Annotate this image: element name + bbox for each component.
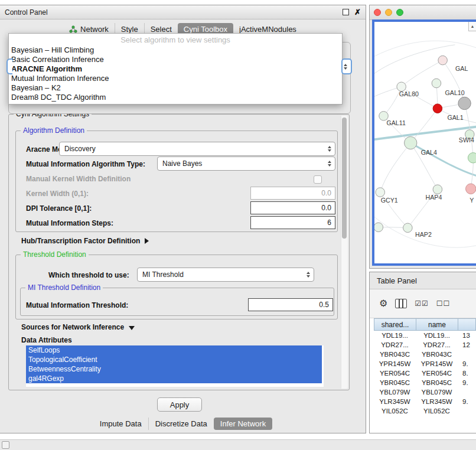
close-icon[interactable]: ✗: [354, 8, 361, 16]
network-node-label: Y: [470, 197, 474, 204]
table-row[interactable]: YBR045C YBR045C 9.: [374, 378, 476, 387]
table-row[interactable]: YIL052C YIL052C: [374, 406, 476, 416]
checked-boxes-icon[interactable]: ☑☑: [415, 299, 429, 308]
zoom-traffic-light-icon[interactable]: [396, 9, 403, 16]
network-node[interactable]: [458, 97, 471, 109]
algorithm-option[interactable]: Bayesian – Hill Climbing: [9, 45, 342, 55]
combo-arrows-icon: [344, 64, 347, 70]
algorithm-option[interactable]: Mutual Information Inference: [9, 74, 342, 83]
tab-select-label: Select: [151, 25, 172, 34]
column-header-name[interactable]: name: [416, 319, 458, 330]
combo-arrows-icon: [328, 146, 331, 152]
hub-section-label: Hub/Transcription Factor Definition: [21, 237, 140, 245]
which-threshold-combo[interactable]: MI Threshold: [137, 268, 314, 282]
tab-infer-network-label: Infer Network: [220, 419, 266, 428]
network-node-label: HAP2: [415, 231, 432, 238]
mi-threshold-value: 0.5: [319, 301, 329, 309]
network-node[interactable]: [433, 185, 442, 194]
network-node[interactable]: [397, 82, 406, 92]
table-row[interactable]: YBL079W YBL079W: [374, 387, 476, 397]
tab-style-label: Style: [121, 25, 138, 34]
mi-steps-field[interactable]: 6: [250, 216, 335, 229]
network-node[interactable]: [403, 223, 413, 233]
tab-impute-data-label: Impute Data: [100, 419, 142, 428]
table-row[interactable]: YPR145W YPR145W 9.: [374, 359, 476, 369]
mi-threshold-label: Mutual Information Threshold:: [26, 301, 128, 309]
network-edge[interactable]: [374, 41, 476, 56]
algorithm-combo-left-fragment[interactable]: [6, 58, 12, 74]
close-traffic-light-icon[interactable]: [374, 9, 381, 16]
data-attributes-list[interactable]: SelfLoopsTopologicalCoefficientBetweenne…: [26, 345, 324, 387]
algorithm-option[interactable]: Basic Correlation Inference: [9, 55, 342, 64]
columns-icon[interactable]: [395, 299, 407, 308]
kernel-width-label: Kernel Width (0,1):: [26, 190, 89, 198]
network-node[interactable]: [432, 79, 441, 88]
settings-scrollbar[interactable]: [341, 116, 348, 389]
network-node[interactable]: [433, 104, 442, 113]
column-header-shared-name[interactable]: shared...: [374, 319, 416, 330]
tab-network-label: Network: [80, 25, 109, 34]
manual-kernel-checkbox: [314, 175, 322, 184]
network-node-label: SWI4: [459, 136, 474, 144]
table-row[interactable]: YDL19... YDL19... 13: [374, 331, 476, 340]
network-node-label: GAL10: [445, 89, 465, 96]
network-node-label: GAL4: [421, 149, 437, 156]
network-node-label: GAL80: [399, 90, 419, 97]
data-attributes-label: Data Attributes: [21, 336, 72, 344]
column-header-partial[interactable]: [458, 319, 475, 330]
hub-section-header[interactable]: Hub/Transcription Factor Definition: [21, 237, 149, 245]
gear-icon[interactable]: ⚙: [379, 299, 387, 308]
algorithm-option[interactable]: Bayesian – K2: [9, 83, 342, 93]
aracne-mode-value: Discovery: [64, 145, 96, 153]
dpi-tolerance-field[interactable]: 0.0: [250, 201, 335, 214]
network-canvas[interactable]: GALGAL80GAL10GAL11GAL1SWI4GAL4GCY1HAP4YH…: [374, 22, 476, 263]
data-attribute-item[interactable]: BetweennessCentrality: [26, 364, 322, 374]
float-window-icon[interactable]: [343, 9, 349, 15]
combo-arrows-icon: [307, 272, 310, 278]
algorithm-combo-right-fragment[interactable]: [341, 58, 352, 74]
network-node[interactable]: [466, 184, 476, 194]
control-panel-window: Control Panel ✗ Network Style: [0, 5, 366, 433]
data-attribute-item[interactable]: TopologicalCoefficient: [26, 355, 322, 364]
minimize-traffic-light-icon[interactable]: [385, 9, 392, 16]
mi-threshold-legend: MI Threshold Definition: [25, 283, 103, 292]
mi-steps-label: Mutual Information Steps:: [26, 219, 113, 227]
algorithm-option[interactable]: Dream8 DC_TDC Algorithm: [9, 93, 342, 102]
dock-panel-icon[interactable]: [2, 441, 9, 449]
network-node[interactable]: [438, 56, 448, 65]
network-node[interactable]: [376, 188, 385, 197]
tab-infer-network[interactable]: Infer Network: [214, 418, 272, 430]
cyni-bottom-tabs: Impute Data Discretize Data Infer Networ…: [0, 418, 366, 430]
tab-impute-data[interactable]: Impute Data: [93, 418, 148, 430]
network-node-label: GAL1: [447, 114, 463, 121]
control-panel-titlebar: Control Panel ✗: [0, 5, 366, 19]
mi-threshold-field[interactable]: 0.5: [248, 298, 333, 311]
data-attribute-item[interactable]: SelfLoops: [26, 345, 322, 355]
sources-section-label: Sources for Network Inference: [21, 323, 124, 331]
network-node[interactable]: [374, 223, 383, 232]
table-row[interactable]: YBR043C YBR043C: [374, 350, 476, 359]
data-attribute-item[interactable]: gal4RGexp: [26, 374, 322, 383]
table-row[interactable]: YER054C YER054C 8.: [374, 369, 476, 378]
table-row[interactable]: YDR27... YDR27... 12: [374, 340, 476, 350]
mi-steps-value: 6: [327, 219, 331, 227]
network-view[interactable]: ▲ GALGAL80GAL10GAL11GAL1SWI4GAL4GCY1HAP4…: [372, 19, 476, 266]
mi-algorithm-type-combo[interactable]: Naive Bayes: [157, 156, 335, 171]
unchecked-boxes-icon[interactable]: ☐☐: [436, 299, 451, 308]
table-panel-toolbar: ⚙ ☑☑ ☐☐: [370, 289, 476, 318]
apply-button[interactable]: Apply: [157, 397, 202, 412]
settings-scrollbar-thumb[interactable]: [342, 118, 347, 239]
tab-discretize-data[interactable]: Discretize Data: [148, 418, 214, 430]
aracne-mode-combo[interactable]: Discovery: [59, 142, 335, 156]
network-node[interactable]: [468, 153, 476, 163]
mi-algorithm-type-value: Naive Bayes: [162, 159, 202, 168]
algorithm-option[interactable]: ARACNE Algorithm: [9, 64, 342, 74]
dpi-tolerance-value: 0.0: [321, 204, 331, 212]
scrollbar-up-arrow-icon[interactable]: ▲: [468, 22, 476, 31]
algorithm-dropdown-prompt: Select algorithm to view settings: [9, 35, 342, 45]
network-node[interactable]: [405, 136, 417, 149]
network-node-label: GCY1: [381, 197, 398, 204]
table-row[interactable]: YLR345W YLR345W 9.: [374, 397, 476, 406]
sources-section-header[interactable]: Sources for Network Inference: [21, 323, 135, 331]
network-edge[interactable]: [380, 143, 411, 193]
